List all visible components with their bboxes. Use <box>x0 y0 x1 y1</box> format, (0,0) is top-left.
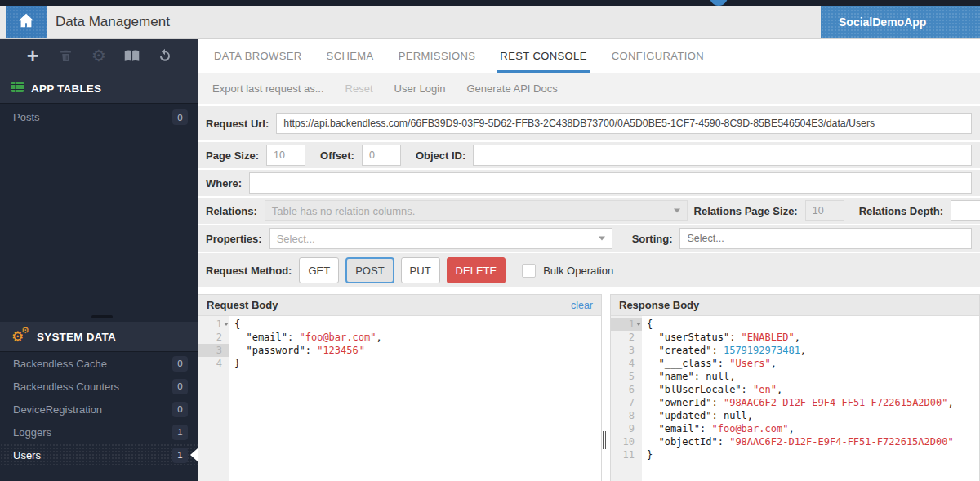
table-icon <box>11 82 24 95</box>
line-number: 4 <box>198 357 229 370</box>
sorting-input[interactable] <box>679 228 972 249</box>
tab-rest-console[interactable]: REST CONSOLE <box>500 38 586 73</box>
body-panels: Request Body clear 1234{ "email": "foo@b… <box>198 294 980 481</box>
sidebar-item-loggers[interactable]: Loggers1 <box>0 421 198 443</box>
page-size-label: Page Size: <box>206 149 259 162</box>
relations-label: Relations: <box>206 205 257 217</box>
properties-select[interactable]: Select... <box>270 228 612 249</box>
app-tables-header: APP TABLES <box>0 73 198 104</box>
tab-schema[interactable]: SCHEMA <box>327 38 374 73</box>
generate-api-docs-action[interactable]: Generate API Docs <box>466 82 557 95</box>
line-number: 5 <box>611 370 642 383</box>
sidebar-item-label: Users <box>13 449 172 461</box>
app-tables-list: Posts0 <box>0 104 198 131</box>
method-delete-button[interactable]: DELETE <box>447 257 506 283</box>
sidebar-spacer <box>0 131 198 322</box>
method-get-button[interactable]: GET <box>299 257 339 283</box>
request-body-editor[interactable]: 1234{ "email": "foo@bar.com", "password"… <box>198 316 601 481</box>
record-count-badge: 0 <box>172 379 188 394</box>
fold-caret-icon[interactable] <box>224 323 229 326</box>
request-url-input[interactable] <box>276 113 972 134</box>
where-input[interactable] <box>249 172 972 194</box>
line-number: 8 <box>611 409 642 422</box>
code-line: } <box>647 448 979 461</box>
request-body-panel: Request Body clear 1234{ "email": "foo@b… <box>198 294 602 481</box>
sidebar-item-users[interactable]: Users1 <box>0 443 198 466</box>
line-number: 1 <box>198 318 229 331</box>
line-number: 1 <box>611 318 642 331</box>
home-button[interactable] <box>6 6 47 38</box>
response-body-panel: Response Body 1234567891011{ "userStatus… <box>610 294 980 481</box>
tab-bar: DATA BROWSERSCHEMAPERMISSIONSREST CONSOL… <box>198 38 980 73</box>
code-line: { <box>234 318 601 331</box>
sidebar: + ⚙ APP TABLES Posts0 ⚙⚙ <box>0 38 198 481</box>
bulk-operation-checkbox[interactable] <box>522 264 536 278</box>
record-count-badge: 0 <box>172 356 188 372</box>
system-tables-list: Backendless Cache0Backendless Counters0D… <box>0 352 198 466</box>
line-number: 6 <box>611 383 642 396</box>
line-number: 2 <box>198 331 229 344</box>
code-line: "name": null, <box>647 370 979 383</box>
docs-book-icon[interactable] <box>122 46 142 65</box>
sidebar-item-deviceregistration[interactable]: DeviceRegistration0 <box>0 398 198 421</box>
user-login-action[interactable]: User Login <box>394 82 446 95</box>
chevron-down-icon <box>674 209 680 213</box>
properties-row: Properties: Select... Sorting: <box>198 225 980 252</box>
current-app-badge[interactable]: SocialDemoApp <box>821 6 980 38</box>
code-line: { <box>647 318 979 331</box>
code-line: "userStatus": "ENABLED", <box>647 331 979 344</box>
object-id-input[interactable] <box>473 145 972 166</box>
code-line: "ownerId": "98AAC6F2-D12F-E9F4-FF51-F722… <box>647 396 979 409</box>
code-line: "email": "foo@bar.com", <box>647 422 979 435</box>
request-url-label: Request Url: <box>206 118 269 130</box>
relations-select[interactable]: Table has no relation columns. <box>265 200 688 221</box>
code-line: "objectId": "98AAC6F2-D12F-E9F4-FF51-F72… <box>647 435 979 448</box>
home-icon <box>17 11 35 33</box>
export-last-request-as-action[interactable]: Export last request as... <box>212 82 324 95</box>
line-number: 2 <box>611 331 642 344</box>
fold-caret-icon[interactable] <box>636 323 641 326</box>
reset-action[interactable]: Reset <box>345 82 373 95</box>
action-toolbar: Export last request as...ResetUser Login… <box>198 73 980 104</box>
main-content: DATA BROWSERSCHEMAPERMISSIONSREST CONSOL… <box>198 38 980 481</box>
relations-page-size-input[interactable] <box>805 200 844 221</box>
backendless-data-management: Data Management SocialDemoApp + ⚙ APP TA… <box>0 0 980 481</box>
sidebar-item-backendless-counters[interactable]: Backendless Counters0 <box>0 375 198 398</box>
properties-label: Properties: <box>206 233 262 245</box>
line-number: 10 <box>611 435 642 448</box>
sidebar-toolbar: + ⚙ <box>0 38 198 73</box>
top-notification-dot <box>710 0 728 6</box>
add-table-icon[interactable]: + <box>23 46 42 65</box>
sidebar-item-backendless-cache[interactable]: Backendless Cache0 <box>0 352 198 375</box>
line-number: 3 <box>611 344 642 357</box>
panel-resize-handle[interactable] <box>602 294 610 481</box>
tab-permissions[interactable]: PERMISSIONS <box>399 38 476 73</box>
where-label: Where: <box>206 177 242 189</box>
line-number: 9 <box>611 422 642 435</box>
delete-table-icon[interactable] <box>56 46 76 65</box>
page-size-input[interactable] <box>266 145 305 166</box>
request-url-row: Request Url: <box>198 106 980 140</box>
relations-page-size-label: Relations Page Size: <box>694 205 798 217</box>
editor-gutter: 1234 <box>198 316 229 481</box>
method-put-button[interactable]: PUT <box>401 257 440 283</box>
method-post-button[interactable]: POST <box>345 257 394 283</box>
code-line: "blUserLocale": "en", <box>647 383 979 396</box>
editor-code: { "email": "foo@bar.com", "password": "1… <box>229 316 601 481</box>
sidebar-scrollbar-thumb[interactable] <box>91 315 113 318</box>
tab-configuration[interactable]: CONFIGURATION <box>612 38 704 73</box>
relations-depth-input[interactable] <box>951 200 980 221</box>
clear-request-link[interactable]: clear <box>571 300 593 311</box>
record-count-badge: 0 <box>172 402 188 417</box>
table-settings-icon[interactable]: ⚙ <box>89 46 109 65</box>
sidebar-item-posts[interactable]: Posts0 <box>0 104 198 131</box>
code-line: "created": 1579192973481, <box>647 344 979 357</box>
paging-row: Page Size: Offset: Object ID: <box>198 142 980 168</box>
refresh-icon[interactable] <box>155 46 175 65</box>
tab-data-browser[interactable]: DATA BROWSER <box>214 38 302 73</box>
offset-input[interactable] <box>362 145 401 166</box>
sidebar-item-label: DeviceRegistration <box>13 403 172 416</box>
selected-arrow-icon <box>190 448 198 461</box>
code-line: "email": "foo@bar.com", <box>234 331 601 344</box>
editor-code: { "userStatus": "ENABLED", "created": 15… <box>642 316 979 481</box>
